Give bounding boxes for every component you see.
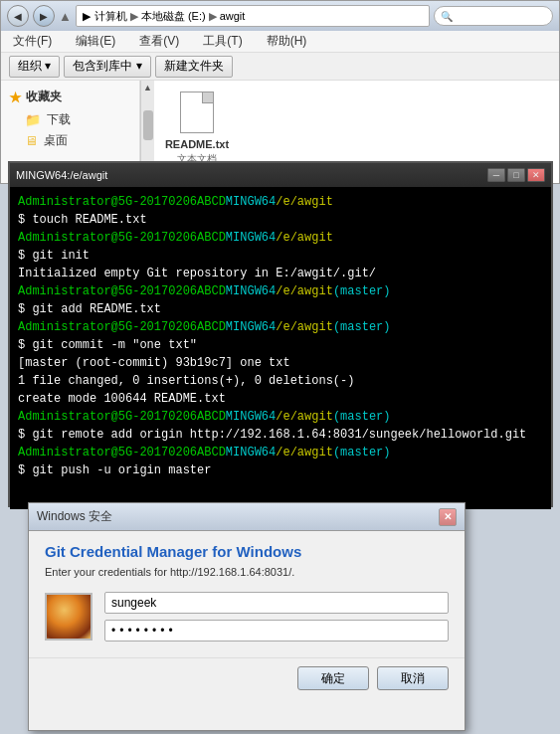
- term-line-4b: $ git commit -m "one txt": [18, 336, 543, 354]
- terminal-close[interactable]: ✕: [527, 168, 545, 182]
- scroll-up-button[interactable]: ▲: [141, 81, 155, 94]
- term-line-1b: $ touch README.txt: [18, 211, 543, 229]
- up-icon: ▲: [59, 9, 72, 24]
- breadcrumb-folder: awgit: [220, 10, 246, 22]
- term-line-3b: $ git add README.txt: [18, 300, 543, 318]
- sidebar-label-desktop: 桌面: [44, 132, 68, 149]
- menu-tools[interactable]: 工具(T): [199, 31, 246, 52]
- new-folder-button[interactable]: 新建文件夹: [155, 56, 233, 78]
- file-page-icon: [180, 92, 214, 133]
- terminal-window: MINGW64:/e/awgit ─ □ ✕ Administrator@5G-…: [8, 161, 553, 507]
- cancel-button[interactable]: 取消: [377, 666, 449, 690]
- term-line-3: Administrator@5G-20170206ABCD MINGW64 /e…: [18, 282, 543, 300]
- folder-icon: 📁: [25, 112, 41, 127]
- breadcrumb-part1: ▶: [83, 10, 91, 23]
- terminal-minimize[interactable]: ─: [487, 168, 505, 182]
- file-name: README.txt: [165, 138, 229, 150]
- breadcrumb-computer: 计算机: [94, 9, 127, 24]
- dialog-body: Git Credential Manager for Windows Enter…: [29, 531, 465, 653]
- term-line-1: Administrator@5G-20170206ABCD MINGW64 /e…: [18, 193, 543, 211]
- include-library-button[interactable]: 包含到库中 ▾: [64, 56, 150, 78]
- dialog-subtitle: Enter your credentials for http://192.16…: [45, 566, 449, 578]
- confirm-button[interactable]: 确定: [297, 666, 369, 690]
- search-icon: 🔍: [441, 11, 453, 22]
- dialog-titlebar: Windows 安全 ✕: [29, 503, 465, 531]
- terminal-controls: ─ □ ✕: [487, 168, 545, 182]
- terminal-title: MINGW64:/e/awgit: [16, 169, 107, 181]
- term-line-5: Administrator@5G-20170206ABCD MINGW64 /e…: [18, 408, 543, 426]
- menu-help[interactable]: 帮助(H): [263, 31, 311, 52]
- terminal-titlebar: MINGW64:/e/awgit ─ □ ✕: [10, 163, 551, 187]
- scrollbar-thumb[interactable]: [143, 110, 153, 140]
- term-output-3: 1 file changed, 0 insertions(+), 0 delet…: [18, 372, 543, 390]
- favorites-section: ★ 收藏夹 📁 下载 🖥 桌面: [1, 85, 139, 155]
- sidebar-item-desktop[interactable]: 🖥 桌面: [9, 130, 131, 151]
- favorites-label: 收藏夹: [26, 89, 62, 105]
- explorer-window: ◀ ▶ ▲ ▶ 计算机 ▶ 本地磁盘 (E:) ▶ awgit 🔍 文件(F) …: [0, 0, 560, 184]
- dialog-title: Windows 安全: [37, 508, 112, 525]
- term-output-4: create mode 100644 README.txt: [18, 390, 543, 408]
- forward-button[interactable]: ▶: [33, 5, 55, 27]
- term-line-2: Administrator@5G-20170206ABCD MINGW64 /e…: [18, 229, 543, 247]
- term-line-2b: $ git init: [18, 247, 543, 265]
- search-bar[interactable]: 🔍: [434, 6, 553, 26]
- term-line-6b: $ git push -u origin master: [18, 461, 543, 479]
- dialog-heading: Git Credential Manager for Windows: [45, 543, 449, 560]
- username-field[interactable]: [104, 592, 449, 614]
- password-field[interactable]: [104, 620, 449, 642]
- security-dialog: Windows 安全 ✕ Git Credential Manager for …: [28, 502, 466, 731]
- explorer-titlebar: ◀ ▶ ▲ ▶ 计算机 ▶ 本地磁盘 (E:) ▶ awgit 🔍: [1, 1, 559, 31]
- term-line-4: Administrator@5G-20170206ABCD MINGW64 /e…: [18, 318, 543, 336]
- menu-view[interactable]: 查看(V): [135, 31, 183, 52]
- term-line-6: Administrator@5G-20170206ABCD MINGW64 /e…: [18, 444, 543, 461]
- avatar: [45, 593, 93, 641]
- toolbar: 组织 ▾ 包含到库中 ▾ 新建文件夹: [1, 53, 559, 81]
- menu-file[interactable]: 文件(F): [9, 31, 56, 52]
- sidebar-label-downloads: 下载: [47, 111, 71, 128]
- breadcrumb-disk: 本地磁盘 (E:): [141, 9, 206, 24]
- dialog-close-button[interactable]: ✕: [439, 508, 457, 526]
- organize-button[interactable]: 组织 ▾: [9, 56, 60, 78]
- menubar: 文件(F) 编辑(E) 查看(V) 工具(T) 帮助(H): [1, 31, 559, 53]
- terminal-maximize[interactable]: □: [507, 168, 525, 182]
- dialog-form: [45, 592, 449, 642]
- menu-edit[interactable]: 编辑(E): [72, 31, 119, 52]
- folder-icon-desktop: 🖥: [25, 133, 38, 148]
- back-button[interactable]: ◀: [7, 5, 29, 27]
- term-line-5b: $ git remote add origin http://192.168.1…: [18, 426, 543, 444]
- term-output-1: Initialized empty Git repository in E:/a…: [18, 265, 543, 282]
- file-icon: [177, 89, 217, 136]
- star-icon: ★: [9, 90, 22, 105]
- favorites-header: ★ 收藏夹: [9, 89, 131, 105]
- dialog-buttons: 确定 取消: [29, 657, 465, 698]
- term-output-2: [master (root-commit) 93b19c7] one txt: [18, 354, 543, 372]
- terminal-body[interactable]: Administrator@5G-20170206ABCD MINGW64 /e…: [10, 187, 551, 509]
- breadcrumb[interactable]: ▶ 计算机 ▶ 本地磁盘 (E:) ▶ awgit: [76, 5, 430, 27]
- form-fields: [104, 592, 449, 642]
- sidebar-item-downloads[interactable]: 📁 下载: [9, 109, 131, 130]
